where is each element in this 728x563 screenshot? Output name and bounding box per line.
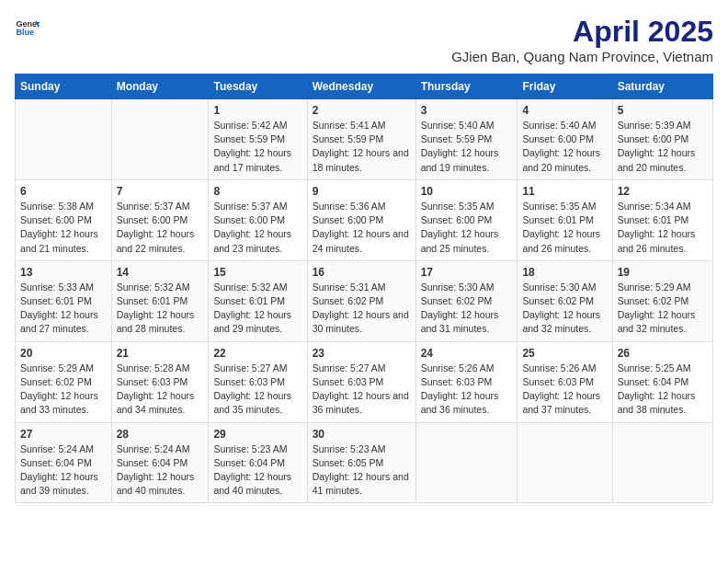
day-info: Sunrise: 5:24 AM Sunset: 6:04 PM Dayligh… <box>20 442 107 499</box>
day-number: 17 <box>421 266 513 279</box>
calendar-cell: 3Sunrise: 5:40 AM Sunset: 5:59 PM Daylig… <box>415 99 518 180</box>
calendar-cell: 10Sunrise: 5:35 AM Sunset: 6:00 PM Dayli… <box>415 179 518 260</box>
calendar-cell: 21Sunrise: 5:28 AM Sunset: 6:03 PM Dayli… <box>111 341 209 422</box>
day-header-monday: Monday <box>111 75 209 99</box>
day-info: Sunrise: 5:38 AM Sunset: 6:00 PM Dayligh… <box>20 200 107 256</box>
day-info: Sunrise: 5:25 AM Sunset: 6:04 PM Dayligh… <box>618 362 708 418</box>
calendar-cell: 22Sunrise: 5:27 AM Sunset: 6:03 PM Dayli… <box>209 341 307 422</box>
calendar-cell: 12Sunrise: 5:34 AM Sunset: 6:01 PM Dayli… <box>612 179 712 260</box>
subtitle: GJien Ban, Quang Nam Province, Vietnam <box>451 49 713 64</box>
calendar-cell: 15Sunrise: 5:32 AM Sunset: 6:01 PM Dayli… <box>209 260 307 341</box>
day-info: Sunrise: 5:39 AM Sunset: 6:00 PM Dayligh… <box>618 119 708 175</box>
day-info: Sunrise: 5:28 AM Sunset: 6:03 PM Dayligh… <box>117 362 204 418</box>
svg-text:Blue: Blue <box>16 28 34 37</box>
logo: General Blue <box>15 15 40 40</box>
day-info: Sunrise: 5:32 AM Sunset: 6:01 PM Dayligh… <box>213 281 301 337</box>
calendar-cell: 29Sunrise: 5:23 AM Sunset: 6:04 PM Dayli… <box>209 422 307 503</box>
day-number: 25 <box>522 347 607 360</box>
calendar-cell: 5Sunrise: 5:39 AM Sunset: 6:00 PM Daylig… <box>612 99 712 180</box>
calendar-cell <box>111 99 209 180</box>
week-row-1: 1Sunrise: 5:42 AM Sunset: 5:59 PM Daylig… <box>16 99 713 180</box>
day-number: 28 <box>117 428 204 441</box>
day-number: 29 <box>213 428 301 441</box>
calendar-cell: 4Sunrise: 5:40 AM Sunset: 6:00 PM Daylig… <box>518 99 612 180</box>
day-header-thursday: Thursday <box>415 75 518 99</box>
day-number: 24 <box>421 347 513 360</box>
calendar-header: SundayMondayTuesdayWednesdayThursdayFrid… <box>16 75 713 99</box>
day-number: 11 <box>522 185 607 198</box>
day-info: Sunrise: 5:35 AM Sunset: 6:00 PM Dayligh… <box>421 200 513 256</box>
day-info: Sunrise: 5:31 AM Sunset: 6:02 PM Dayligh… <box>313 281 411 337</box>
week-row-5: 27Sunrise: 5:24 AM Sunset: 6:04 PM Dayli… <box>16 422 713 503</box>
day-number: 20 <box>20 347 107 360</box>
calendar-cell: 9Sunrise: 5:36 AM Sunset: 6:00 PM Daylig… <box>307 179 415 260</box>
calendar-cell: 16Sunrise: 5:31 AM Sunset: 6:02 PM Dayli… <box>307 260 415 341</box>
day-number: 15 <box>213 266 301 279</box>
calendar-cell: 13Sunrise: 5:33 AM Sunset: 6:01 PM Dayli… <box>16 260 112 341</box>
calendar-cell: 11Sunrise: 5:35 AM Sunset: 6:01 PM Dayli… <box>518 179 612 260</box>
calendar-cell: 14Sunrise: 5:32 AM Sunset: 6:01 PM Dayli… <box>111 260 209 341</box>
day-info: Sunrise: 5:27 AM Sunset: 6:03 PM Dayligh… <box>213 362 301 418</box>
day-info: Sunrise: 5:29 AM Sunset: 6:02 PM Dayligh… <box>20 362 107 418</box>
day-info: Sunrise: 5:42 AM Sunset: 5:59 PM Dayligh… <box>213 119 301 175</box>
day-header-friday: Friday <box>518 75 612 99</box>
calendar-cell: 25Sunrise: 5:26 AM Sunset: 6:03 PM Dayli… <box>518 341 612 422</box>
day-number: 1 <box>213 104 301 117</box>
calendar-cell <box>16 99 112 180</box>
day-info: Sunrise: 5:24 AM Sunset: 6:04 PM Dayligh… <box>117 442 204 499</box>
calendar-cell: 8Sunrise: 5:37 AM Sunset: 6:00 PM Daylig… <box>209 179 307 260</box>
day-info: Sunrise: 5:35 AM Sunset: 6:01 PM Dayligh… <box>522 200 607 256</box>
day-info: Sunrise: 5:23 AM Sunset: 6:04 PM Dayligh… <box>213 442 301 499</box>
day-info: Sunrise: 5:34 AM Sunset: 6:01 PM Dayligh… <box>618 200 708 256</box>
day-number: 14 <box>117 266 204 279</box>
day-number: 27 <box>20 428 107 441</box>
calendar-cell: 2Sunrise: 5:41 AM Sunset: 5:59 PM Daylig… <box>307 99 415 180</box>
week-row-4: 20Sunrise: 5:29 AM Sunset: 6:02 PM Dayli… <box>16 341 713 422</box>
day-number: 10 <box>421 185 513 198</box>
calendar-cell: 23Sunrise: 5:27 AM Sunset: 6:03 PM Dayli… <box>307 341 415 422</box>
main-title: April 2025 <box>451 15 713 49</box>
day-number: 19 <box>618 266 708 279</box>
days-of-week-row: SundayMondayTuesdayWednesdayThursdayFrid… <box>16 75 713 99</box>
day-info: Sunrise: 5:40 AM Sunset: 6:00 PM Dayligh… <box>522 119 607 175</box>
day-info: Sunrise: 5:29 AM Sunset: 6:02 PM Dayligh… <box>618 281 708 337</box>
day-number: 26 <box>618 347 708 360</box>
week-row-3: 13Sunrise: 5:33 AM Sunset: 6:01 PM Dayli… <box>16 260 713 341</box>
calendar-cell: 17Sunrise: 5:30 AM Sunset: 6:02 PM Dayli… <box>415 260 518 341</box>
day-info: Sunrise: 5:23 AM Sunset: 6:05 PM Dayligh… <box>313 442 411 499</box>
day-header-tuesday: Tuesday <box>209 75 307 99</box>
calendar-cell: 18Sunrise: 5:30 AM Sunset: 6:02 PM Dayli… <box>518 260 612 341</box>
calendar-cell: 19Sunrise: 5:29 AM Sunset: 6:02 PM Dayli… <box>612 260 712 341</box>
day-number: 23 <box>313 347 411 360</box>
day-info: Sunrise: 5:26 AM Sunset: 6:03 PM Dayligh… <box>421 362 513 418</box>
calendar-cell: 28Sunrise: 5:24 AM Sunset: 6:04 PM Dayli… <box>111 422 209 503</box>
day-number: 13 <box>20 266 107 279</box>
calendar-cell: 30Sunrise: 5:23 AM Sunset: 6:05 PM Dayli… <box>307 422 415 503</box>
day-number: 4 <box>522 104 607 117</box>
day-info: Sunrise: 5:40 AM Sunset: 5:59 PM Dayligh… <box>421 119 513 175</box>
calendar-cell: 7Sunrise: 5:37 AM Sunset: 6:00 PM Daylig… <box>111 179 209 260</box>
calendar-body: 1Sunrise: 5:42 AM Sunset: 5:59 PM Daylig… <box>16 99 713 503</box>
header: General Blue April 2025 GJien Ban, Quang… <box>15 15 713 64</box>
day-info: Sunrise: 5:33 AM Sunset: 6:01 PM Dayligh… <box>20 281 107 337</box>
calendar-cell <box>612 422 712 503</box>
calendar-cell <box>518 422 612 503</box>
day-number: 6 <box>20 185 107 198</box>
day-number: 30 <box>313 428 411 441</box>
week-row-2: 6Sunrise: 5:38 AM Sunset: 6:00 PM Daylig… <box>16 179 713 260</box>
day-info: Sunrise: 5:37 AM Sunset: 6:00 PM Dayligh… <box>213 200 301 256</box>
day-number: 9 <box>313 185 411 198</box>
day-info: Sunrise: 5:36 AM Sunset: 6:00 PM Dayligh… <box>313 200 411 256</box>
day-number: 21 <box>117 347 204 360</box>
day-header-wednesday: Wednesday <box>307 75 415 99</box>
day-info: Sunrise: 5:41 AM Sunset: 5:59 PM Dayligh… <box>313 119 411 175</box>
calendar-cell: 20Sunrise: 5:29 AM Sunset: 6:02 PM Dayli… <box>16 341 112 422</box>
day-info: Sunrise: 5:27 AM Sunset: 6:03 PM Dayligh… <box>313 362 411 418</box>
day-number: 18 <box>522 266 607 279</box>
day-info: Sunrise: 5:30 AM Sunset: 6:02 PM Dayligh… <box>522 281 607 337</box>
day-number: 22 <box>213 347 301 360</box>
day-number: 5 <box>618 104 708 117</box>
day-info: Sunrise: 5:32 AM Sunset: 6:01 PM Dayligh… <box>117 281 204 337</box>
day-header-sunday: Sunday <box>16 75 112 99</box>
day-number: 8 <box>213 185 301 198</box>
